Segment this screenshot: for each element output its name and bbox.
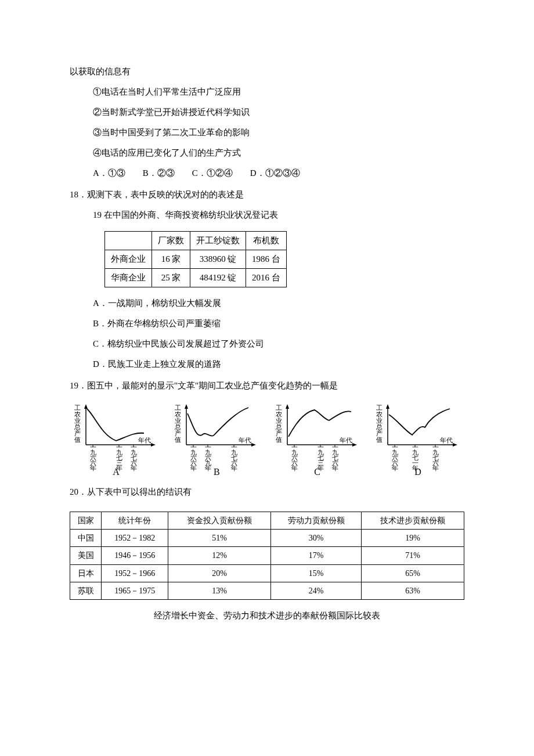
q17-option-1: ①电话在当时人们平常生活中广泛应用 — [70, 84, 464, 100]
cell: 65% — [362, 564, 464, 582]
table-header-row: 国家 统计年份 资金投入贡献份额 劳动力贡献份额 技术进步贡献份额 — [70, 512, 464, 530]
q18-table: 厂家数 开工纱锭数 布机数 外商企业 16 家 338960 锭 1986 台 … — [104, 231, 287, 287]
q17-choices: A．①③ B．②③ C．①②④ D．①②③④ — [70, 165, 464, 181]
y-axis-label: 工农业总产值 — [376, 404, 383, 443]
svg-marker-15 — [286, 404, 289, 409]
th-years: 统计年份 — [102, 512, 168, 530]
th-country: 国家 — [70, 512, 102, 530]
chart-d: 工农业总产值 年代 一九六六年 一九七一年 一九七六年 D — [371, 403, 464, 478]
svg-marker-1 — [84, 404, 88, 409]
cell: 19% — [362, 530, 464, 547]
chart-a: 工农业总产值 年代 一九六六年 一九七三年 一九七六年 A — [70, 403, 163, 478]
th-labor: 劳动力贡献份额 — [271, 512, 362, 530]
table-row: 中国 1952－1982 51% 30% 19% — [70, 530, 464, 547]
cell: 中国 — [70, 530, 102, 547]
table-row: 华商企业 25 家 484192 锭 2016 台 — [105, 269, 287, 287]
chart-label-d: D — [414, 464, 421, 481]
year-tick: 一九七六年 — [131, 444, 137, 471]
q19-title: 19．图五中，最能对的显示"文革"期间工农业总产值变化趋势的一幅是 — [70, 378, 464, 394]
cell: 日本 — [70, 564, 102, 582]
q17-option-4: ④电话的应用已变化了人们的生产方式 — [70, 145, 464, 161]
cell: 外商企业 — [105, 250, 152, 269]
svg-marker-24 — [453, 443, 457, 447]
th-blank — [105, 232, 152, 250]
x-axis-label: 年代 — [440, 437, 453, 444]
cell: 1952－1966 — [102, 564, 168, 582]
q20-caption: 经济增长中资金、劳动力和技术进步的奉献份额国际比较表 — [70, 608, 464, 624]
cell: 17% — [271, 547, 362, 564]
x-axis-label: 年代 — [239, 437, 251, 444]
cell: 71% — [362, 547, 464, 564]
y-axis-label: 工农业总产值 — [275, 404, 282, 443]
year-tick: 一九七六年 — [432, 444, 439, 471]
q18-option-b: B．外商在华棉纺织公司严重萎缩 — [70, 316, 464, 332]
cell: 51% — [168, 530, 271, 547]
th-tech: 技术进步贡献份额 — [362, 512, 464, 530]
chart-b: 工农业总产值 年代 一九六六年 一九六九年 一九七六年 B — [170, 403, 263, 478]
table-row: 美国 1946－1956 12% 17% 71% — [70, 547, 464, 564]
q18-option-c: C．棉纺织业中民族公司发展超过了外资公司 — [70, 336, 464, 352]
svg-marker-3 — [151, 443, 156, 447]
year-tick: 一九六六年 — [190, 444, 197, 471]
cell: 13% — [168, 582, 271, 599]
q18-subtitle: 19 在中国的外商、华商投资棉纺织业状况登记表 — [70, 207, 464, 223]
svg-marker-10 — [251, 443, 256, 447]
chart-label-a: A — [113, 464, 120, 481]
year-tick: 一九六九年 — [205, 444, 211, 471]
q19-charts: 工农业总产值 年代 一九六六年 一九七三年 一九七六年 A 工农业总产值 年代 … — [70, 403, 464, 478]
cell: 30% — [271, 530, 362, 547]
cell: 15% — [271, 564, 362, 582]
year-tick: 一九七六年 — [231, 444, 237, 471]
cell: 1965－1975 — [102, 582, 168, 599]
year-tick: 一九六六年 — [392, 444, 398, 471]
chart-label-c: C — [314, 464, 320, 481]
cell: 338960 锭 — [190, 250, 246, 269]
th-spindles: 开工纱锭数 — [190, 232, 246, 250]
cell: 1986 台 — [246, 250, 287, 269]
svg-marker-8 — [185, 404, 188, 409]
x-axis-label: 年代 — [340, 437, 352, 444]
th-looms: 布机数 — [246, 232, 287, 250]
cell: 1946－1956 — [102, 547, 168, 564]
q18-option-d: D．民族工业走上独立发展的道路 — [70, 357, 464, 372]
y-axis-label: 工农业总产值 — [74, 404, 81, 443]
cell: 25 家 — [152, 269, 190, 287]
svg-marker-17 — [352, 443, 357, 447]
th-factories: 厂家数 — [152, 232, 190, 250]
table-row: 外商企业 16 家 338960 锭 1986 台 — [105, 250, 287, 269]
year-tick: 一九六六年 — [291, 444, 298, 471]
q18-option-a: A．一战期间，棉纺织业大幅发展 — [70, 296, 464, 311]
cell: 2016 台 — [246, 269, 287, 287]
q20-table: 国家 统计年份 资金投入贡献份额 劳动力贡献份额 技术进步贡献份额 中国 195… — [70, 512, 464, 600]
cell: 美国 — [70, 547, 102, 564]
year-tick: 一九六六年 — [90, 444, 96, 471]
cell: 华商企业 — [105, 269, 152, 287]
cell: 16 家 — [152, 250, 190, 269]
chart-label-b: B — [214, 464, 220, 481]
svg-marker-22 — [386, 404, 389, 409]
q17-stem-cont: 以获取的信息有 — [70, 64, 464, 80]
th-capital: 资金投入贡献份额 — [168, 512, 271, 530]
q17-option-2: ②当时新式学堂已开始讲授近代科学知识 — [70, 105, 464, 120]
q20-title: 20．从下表中可以得出的结识有 — [70, 484, 464, 500]
x-axis-label: 年代 — [138, 437, 151, 444]
cell: 24% — [271, 582, 362, 599]
cell: 1952－1982 — [102, 530, 168, 547]
table-header-row: 厂家数 开工纱锭数 布机数 — [105, 232, 287, 250]
chart-c: 工农业总产值 年代 一九六六年 一九七三年 一九七六年 C — [271, 403, 364, 478]
cell: 484192 锭 — [190, 269, 246, 287]
table-row: 日本 1952－1966 20% 15% 65% — [70, 564, 464, 582]
cell: 63% — [362, 582, 464, 599]
year-tick: 一九七六年 — [332, 444, 338, 471]
cell: 20% — [168, 564, 271, 582]
y-axis-label: 工农业总产值 — [174, 404, 181, 443]
q18-title: 18．观测下表，表中反映的状况对的的表述是 — [70, 187, 464, 203]
cell: 12% — [168, 547, 271, 564]
cell: 苏联 — [70, 582, 102, 599]
table-row: 苏联 1965－1975 13% 24% 63% — [70, 582, 464, 599]
q17-option-3: ③当时中国受到了第二次工业革命的影响 — [70, 125, 464, 141]
